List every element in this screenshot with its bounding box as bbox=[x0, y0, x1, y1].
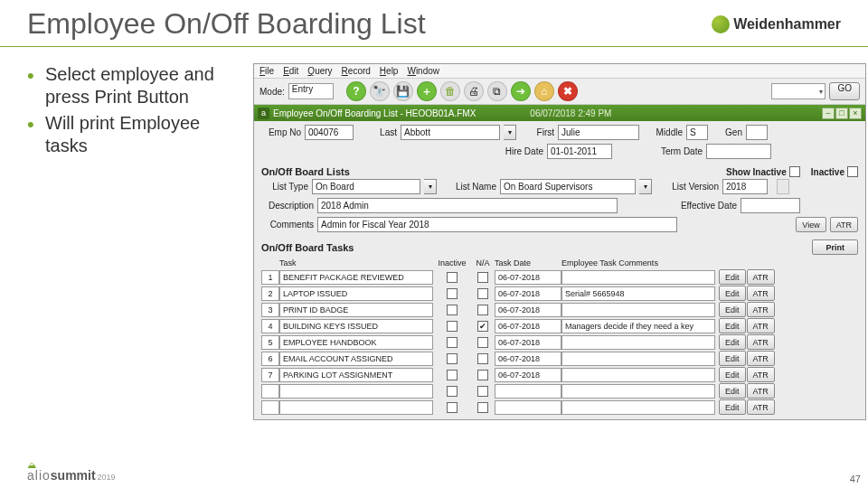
hire-date-field[interactable]: 01-01-2011 bbox=[547, 144, 612, 159]
effective-date-field[interactable] bbox=[741, 198, 800, 213]
print-button[interactable]: Print bbox=[812, 239, 858, 255]
task-date-field[interactable] bbox=[495, 400, 561, 415]
task-na-checkbox[interactable] bbox=[477, 386, 488, 397]
go-button[interactable]: GO bbox=[829, 82, 860, 100]
task-comments-field[interactable] bbox=[561, 400, 715, 415]
task-inactive-checkbox[interactable] bbox=[447, 288, 458, 299]
delete-icon[interactable]: 🗑 bbox=[440, 81, 460, 101]
task-date-field[interactable]: 06-07-2018 bbox=[495, 368, 561, 382]
atr-button[interactable]: ATR bbox=[747, 318, 775, 333]
edit-button[interactable]: Edit bbox=[719, 318, 746, 333]
home-icon[interactable]: ⌂ bbox=[534, 81, 554, 101]
edit-button[interactable]: Edit bbox=[719, 269, 746, 285]
term-date-field[interactable] bbox=[706, 144, 771, 159]
task-date-field[interactable]: 06-07-2018 bbox=[495, 319, 561, 333]
atr-button[interactable]: ATR bbox=[747, 269, 775, 285]
task-inactive-checkbox[interactable] bbox=[447, 272, 458, 283]
close-icon[interactable]: ✖ bbox=[558, 81, 578, 101]
view-button[interactable]: View bbox=[796, 217, 826, 232]
menu-file[interactable]: File bbox=[259, 66, 274, 76]
list-type-dropdown[interactable]: ▾ bbox=[424, 179, 437, 194]
task-na-checkbox[interactable] bbox=[477, 353, 488, 364]
task-comments-field[interactable] bbox=[561, 384, 715, 399]
atr-button[interactable]: ATR bbox=[747, 334, 775, 350]
task-date-field[interactable]: 06-07-2018 bbox=[495, 270, 561, 285]
comments-field[interactable]: Admin for Fiscal Year 2018 bbox=[317, 217, 677, 232]
maximize-icon[interactable]: □ bbox=[835, 108, 848, 119]
task-inactive-checkbox[interactable] bbox=[447, 402, 458, 413]
list-version-field[interactable]: 2018 bbox=[722, 179, 768, 194]
task-date-field[interactable]: 06-07-2018 bbox=[495, 352, 561, 366]
first-field[interactable]: Julie bbox=[558, 125, 639, 140]
atr-button[interactable]: ATR bbox=[747, 286, 775, 301]
edit-button[interactable]: Edit bbox=[719, 302, 746, 317]
gen-field[interactable] bbox=[746, 125, 768, 140]
show-inactive-checkbox[interactable] bbox=[789, 166, 800, 177]
task-inactive-checkbox[interactable] bbox=[447, 337, 458, 348]
task-date-field[interactable]: 06-07-2018 bbox=[495, 286, 561, 301]
help-icon[interactable]: ? bbox=[346, 81, 366, 101]
close-window-icon[interactable]: × bbox=[849, 108, 862, 119]
binoculars-icon[interactable]: 🔭 bbox=[370, 81, 390, 101]
save-icon[interactable]: 💾 bbox=[393, 81, 413, 101]
task-name-field[interactable]: LAPTOP ISSUED bbox=[279, 286, 433, 301]
menu-edit[interactable]: Edit bbox=[283, 66, 298, 76]
task-name-field[interactable]: BUILDING KEYS ISSUED bbox=[279, 319, 433, 333]
task-inactive-checkbox[interactable] bbox=[447, 321, 458, 332]
print-icon[interactable]: 🖨 bbox=[464, 81, 484, 101]
task-na-checkbox[interactable] bbox=[477, 305, 488, 315]
task-date-field[interactable]: 06-07-2018 bbox=[495, 335, 561, 350]
inactive-checkbox[interactable] bbox=[847, 166, 858, 177]
task-na-checkbox[interactable] bbox=[477, 272, 488, 283]
task-comments-field[interactable] bbox=[561, 352, 715, 366]
task-comments-field[interactable] bbox=[561, 368, 715, 382]
atr-button[interactable]: ATR bbox=[747, 351, 775, 366]
menu-query[interactable]: Query bbox=[307, 66, 332, 76]
edit-button[interactable]: Edit bbox=[719, 286, 746, 301]
task-inactive-checkbox[interactable] bbox=[447, 386, 458, 397]
task-comments-field[interactable]: Managers decide if they need a key bbox=[561, 319, 715, 333]
task-date-field[interactable] bbox=[495, 384, 561, 399]
mode-field[interactable]: Entry bbox=[288, 83, 334, 99]
edit-button[interactable]: Edit bbox=[719, 383, 746, 399]
arrow-right-icon[interactable]: ➔ bbox=[511, 81, 531, 101]
task-inactive-checkbox[interactable] bbox=[447, 370, 458, 380]
task-name-field[interactable]: EMAIL ACCOUNT ASSIGNED bbox=[279, 352, 433, 366]
task-na-checkbox[interactable] bbox=[477, 288, 488, 299]
list-type-field[interactable]: On Board bbox=[312, 179, 420, 194]
list-name-dropdown[interactable]: ▾ bbox=[639, 179, 652, 194]
minimize-icon[interactable]: – bbox=[822, 108, 835, 119]
task-comments-field[interactable] bbox=[561, 335, 715, 350]
atr-button[interactable]: ATR bbox=[747, 383, 775, 399]
last-dropdown[interactable]: ▾ bbox=[504, 125, 516, 140]
task-name-field[interactable]: PARKING LOT ASSIGNMENT bbox=[279, 368, 433, 382]
task-comments-field[interactable] bbox=[561, 303, 715, 317]
last-field[interactable]: Abbott bbox=[401, 125, 500, 140]
middle-field[interactable]: S bbox=[686, 125, 708, 140]
task-inactive-checkbox[interactable] bbox=[447, 353, 458, 364]
description-field[interactable]: 2018 Admin bbox=[317, 198, 618, 213]
task-name-field[interactable]: EMPLOYEE HANDBOOK bbox=[279, 335, 433, 350]
copy-icon[interactable]: ⧉ bbox=[487, 81, 507, 101]
edit-button[interactable]: Edit bbox=[719, 399, 746, 415]
atr-button[interactable]: ATR bbox=[747, 302, 775, 317]
menu-window[interactable]: Window bbox=[407, 66, 439, 76]
atr-button[interactable]: ATR bbox=[747, 399, 775, 415]
atr-button[interactable]: ATR bbox=[747, 367, 775, 382]
task-date-field[interactable]: 06-07-2018 bbox=[495, 303, 561, 317]
emp-no-field[interactable]: 004076 bbox=[305, 125, 354, 140]
edit-button[interactable]: Edit bbox=[719, 367, 746, 382]
edit-button[interactable]: Edit bbox=[719, 334, 746, 350]
list-scrollbar[interactable] bbox=[777, 179, 789, 194]
edit-button[interactable]: Edit bbox=[719, 351, 746, 366]
task-name-field[interactable]: BENEFIT PACKAGE REVIEWED bbox=[279, 270, 433, 285]
task-na-checkbox[interactable]: ✔ bbox=[477, 321, 488, 332]
task-comments-field[interactable] bbox=[561, 270, 715, 285]
atr-button[interactable]: ATR bbox=[830, 217, 858, 232]
task-name-field[interactable] bbox=[279, 400, 433, 415]
menu-help[interactable]: Help bbox=[380, 66, 399, 76]
task-inactive-checkbox[interactable] bbox=[447, 305, 458, 315]
task-na-checkbox[interactable] bbox=[477, 402, 488, 413]
task-na-checkbox[interactable] bbox=[477, 337, 488, 348]
task-name-field[interactable] bbox=[279, 384, 433, 399]
